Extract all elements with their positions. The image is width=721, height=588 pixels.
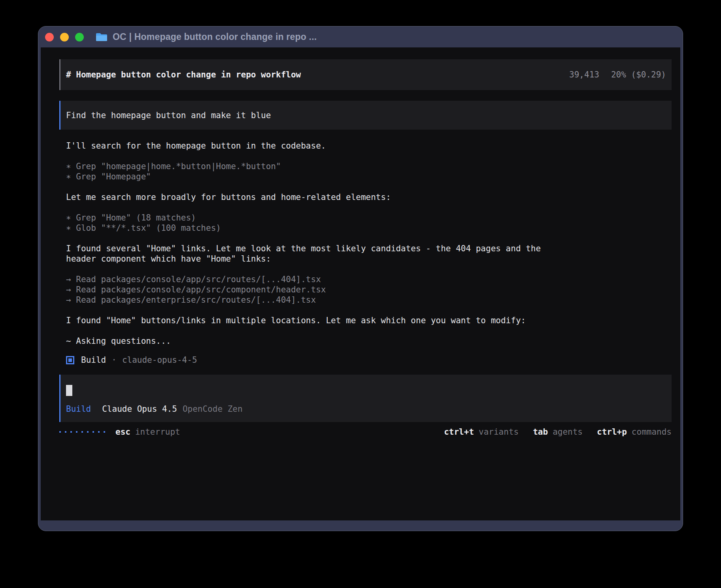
agent-model: claude-opus-4-5 <box>122 355 197 365</box>
shortcut-key: ctrl+p <box>597 427 627 437</box>
shortcut-interrupt: esc interrupt <box>115 427 180 437</box>
blank-line <box>66 326 672 336</box>
input-provider-label: OpenCode Zen <box>183 404 243 414</box>
user-message: Find the homepage button and make it blu… <box>59 101 672 130</box>
window-footer <box>38 520 683 531</box>
maximize-button[interactable] <box>75 33 84 41</box>
terminal-window: OC | Homepage button color change in rep… <box>38 26 683 531</box>
assistant-text: I found several "Home" links. Let me loo… <box>66 243 672 254</box>
blank-line <box>66 264 672 274</box>
session-header: # Homepage button color change in repo w… <box>59 59 672 90</box>
shortcut-label: interrupt <box>135 427 180 437</box>
shortcut-label: commands <box>632 427 672 437</box>
agent-status-row: Build · claude-opus-4-5 <box>59 355 672 365</box>
tool-call-read: → Read packages/console/app/src/componen… <box>66 285 672 295</box>
spinner-dots-icon <box>59 431 105 433</box>
input-agent-label[interactable]: Build <box>66 404 91 414</box>
close-button[interactable] <box>45 33 54 41</box>
agent-separator: · <box>111 355 117 365</box>
input-meta: Build Claude Opus 4.5 OpenCode Zen <box>66 404 666 414</box>
folder-icon <box>96 32 108 42</box>
assistant-text: Let me search more broadly for buttons a… <box>66 192 672 202</box>
window-title: OC | Homepage button color change in rep… <box>113 32 317 42</box>
tool-call-read: → Read packages/enterprise/src/routes/[.… <box>66 295 672 305</box>
prompt-input[interactable]: Build Claude Opus 4.5 OpenCode Zen <box>59 375 672 422</box>
terminal-content: # Homepage button color change in repo w… <box>41 47 680 520</box>
tool-call-read: → Read packages/console/app/src/routes/[… <box>66 274 672 285</box>
agent-name: Build <box>81 355 106 365</box>
shortcut-agents: tab agents <box>533 427 583 437</box>
titlebar[interactable]: OC | Homepage button color change in rep… <box>38 26 683 47</box>
assistant-text: I'll search for the homepage button in t… <box>66 141 672 151</box>
blank-line <box>66 202 672 213</box>
square-in-square-icon <box>66 356 74 364</box>
assistant-status-text: ~ Asking questions... <box>66 336 672 346</box>
minimize-button[interactable] <box>60 33 69 41</box>
shortcut-commands: ctrl+p commands <box>597 427 672 437</box>
shortcut-key: ctrl+t <box>444 427 474 437</box>
session-meta: 39,413 20% ($0.29) <box>569 70 666 80</box>
tool-call-glob: ∗ Glob "**/*.tsx" (100 matches) <box>66 223 672 233</box>
tool-call-grep: ∗ Grep "Homepage" <box>66 172 672 182</box>
shortcut-variants: ctrl+t variants <box>444 427 519 437</box>
assistant-text: I found "Home" buttons/links in multiple… <box>66 315 672 326</box>
status-bar: esc interrupt ctrl+t variants tab agents… <box>59 427 672 437</box>
blank-line <box>66 151 672 161</box>
blank-line <box>66 305 672 315</box>
shortcut-label: agents <box>553 427 583 437</box>
tool-call-grep: ∗ Grep "homepage|home.*button|Home.*butt… <box>66 161 672 172</box>
shortcut-label: variants <box>479 427 519 437</box>
traffic-lights <box>45 33 84 41</box>
shortcut-key: tab <box>533 427 548 437</box>
shortcut-key: esc <box>115 427 130 437</box>
session-title: # Homepage button color change in repo w… <box>66 70 301 80</box>
text-cursor <box>66 385 72 396</box>
context-usage: 20% ($0.29) <box>611 70 666 80</box>
tool-call-grep: ∗ Grep "Home" (18 matches) <box>66 213 672 223</box>
assistant-text: header component which have "Home" links… <box>66 254 672 264</box>
blank-line <box>66 182 672 192</box>
token-count: 39,413 <box>569 70 599 80</box>
blank-line <box>66 233 672 243</box>
status-bar-right: ctrl+t variants tab agents ctrl+p comman… <box>444 427 672 437</box>
transcript: I'll search for the homepage button in t… <box>59 141 672 346</box>
input-model-label[interactable]: Claude Opus 4.5 <box>102 404 177 414</box>
